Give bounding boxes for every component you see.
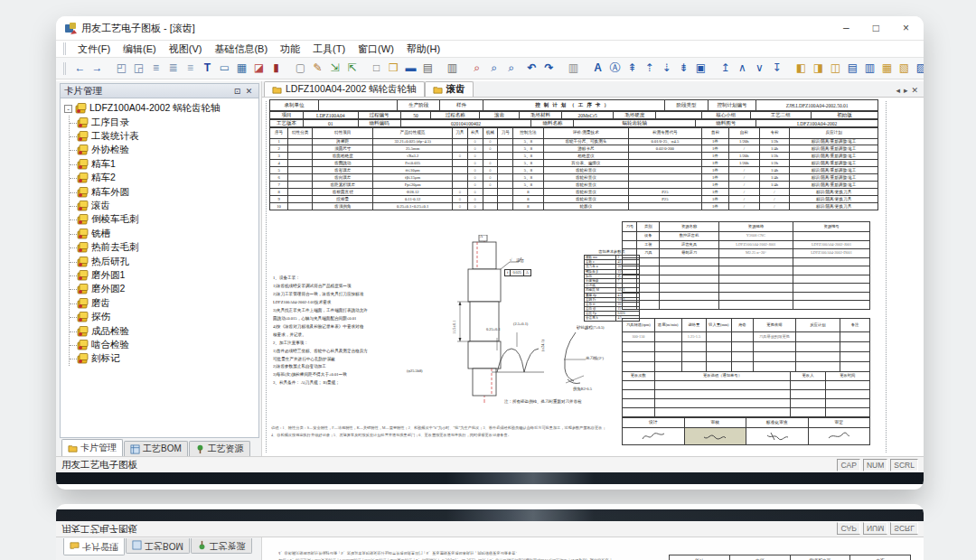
tree-item[interactable]: 磨外圆2 xyxy=(70,283,258,296)
zoom-icon[interactable]: ⌕ xyxy=(503,61,519,76)
tab-label[interactable]: LDFZ100A04-2002 蜗轮齿轮轴 xyxy=(286,83,417,96)
tree-item[interactable]: 探伤 xyxy=(70,310,258,323)
menu-item[interactable]: 窗口(W) xyxy=(352,41,400,58)
panel-close-icon[interactable]: ✕ xyxy=(243,87,255,96)
menu-item[interactable]: 基础信息(B) xyxy=(208,41,274,58)
tab-part[interactable]: LDFZ100A04-2002 蜗轮齿轮轴 xyxy=(264,81,425,97)
tree-item-label[interactable]: 磨外圆2 xyxy=(91,283,125,295)
data-tool-icon[interactable]: ◧ xyxy=(793,61,809,76)
data-tool-icon[interactable]: ▨ xyxy=(914,61,924,76)
tab-card-manager[interactable]: 卡片管理 xyxy=(61,439,123,456)
draw-tool-icon[interactable]: ≡ xyxy=(183,61,198,76)
tab-next-icon[interactable]: ▸ xyxy=(904,86,908,95)
data-tool-icon[interactable]: ◫ xyxy=(828,61,843,76)
annotate-icon[interactable]: A xyxy=(590,61,605,76)
tab-label[interactable]: 工艺BOM xyxy=(143,443,182,455)
tree-item-label[interactable]: 精车2 xyxy=(91,172,116,184)
tree-item-label[interactable]: 磨外圆1 xyxy=(91,269,125,282)
annotate-icon[interactable]: ⇟ xyxy=(676,61,691,76)
tree-item[interactable]: 精车1 xyxy=(70,157,258,171)
tree-item[interactable]: 铣槽 xyxy=(70,227,258,240)
zoom-icon[interactable]: ⌕ xyxy=(469,61,484,76)
tree-item[interactable]: 啮合检验 xyxy=(70,338,258,351)
draw-tool-icon[interactable]: T xyxy=(200,61,215,76)
file-tool-icon[interactable]: ▤ xyxy=(420,61,436,76)
edit-tool-icon[interactable]: ⇱ xyxy=(344,61,360,76)
tab-label[interactable]: 卡片管理 xyxy=(80,442,117,454)
tree-item[interactable]: 精车2 xyxy=(70,172,258,185)
draw-tool-icon[interactable]: ◪ xyxy=(251,61,267,76)
tab-prev-icon[interactable]: ◂ xyxy=(896,86,900,95)
menu-item[interactable]: 编辑(E) xyxy=(117,41,163,58)
tab-process-bom[interactable]: 工艺BOM xyxy=(124,441,188,456)
nav-arrow-icon[interactable]: → xyxy=(89,61,105,76)
edit-tool-icon[interactable]: ▢ xyxy=(293,61,308,76)
annotate-icon[interactable]: ⇣ xyxy=(659,61,674,76)
tree-item-label[interactable]: 探伤 xyxy=(91,311,110,323)
minimize-button[interactable]: – xyxy=(843,23,849,33)
annotate-icon[interactable]: Ⓐ xyxy=(607,61,623,76)
undo-redo-icon[interactable]: ↷ xyxy=(541,61,557,76)
draw-tool-icon[interactable]: ≡ xyxy=(148,61,164,76)
tab-close-icon[interactable]: ✕ xyxy=(911,86,918,95)
draw-tool-icon[interactable]: ≣ xyxy=(165,61,181,76)
tree-item-label[interactable]: 磨齿 xyxy=(91,297,110,310)
tree-item-label[interactable]: 热后研孔 xyxy=(91,256,129,268)
close-button[interactable]: × xyxy=(903,23,909,33)
data-tool-icon[interactable]: ▦ xyxy=(879,61,895,76)
menu-item[interactable]: 帮助(H) xyxy=(400,41,446,58)
tree-item-label[interactable]: 精车1 xyxy=(91,158,116,171)
align-icon[interactable]: ↧ xyxy=(769,61,784,76)
align-icon[interactable]: ∨ xyxy=(752,61,767,76)
menu-item[interactable]: 功能 xyxy=(274,41,306,58)
annotate-icon[interactable]: ▣ xyxy=(693,61,709,76)
tree-item[interactable]: 工装统计表 xyxy=(70,129,258,143)
draw-tool-icon[interactable]: ◰ xyxy=(114,61,129,76)
tree-item-label[interactable]: 外协检验 xyxy=(91,144,129,156)
tree-item-label[interactable]: 啮合检验 xyxy=(91,339,129,351)
tab-label[interactable]: 工艺资源 xyxy=(208,443,244,455)
tree-item-label[interactable]: 工装统计表 xyxy=(91,130,139,143)
file-tool-icon[interactable]: ▬ xyxy=(403,61,418,76)
tree-item-label[interactable]: 工序目录 xyxy=(91,117,129,129)
file-tool-icon[interactable]: ❒ xyxy=(386,61,401,76)
collapse-icon[interactable]: - xyxy=(64,105,72,113)
tree-item[interactable]: 精车外圆 xyxy=(70,185,258,199)
draw-tool-icon[interactable]: ▮ xyxy=(268,61,284,76)
tree-item[interactable]: 磨齿 xyxy=(70,296,258,310)
tree-item-label[interactable]: 成品检验 xyxy=(91,325,129,338)
tree-item[interactable]: 滚齿 xyxy=(70,199,258,212)
tree-item-label[interactable]: 热前去毛刺 xyxy=(91,241,139,254)
preview-icon[interactable]: ▥ xyxy=(445,61,460,76)
tab-process-resource[interactable]: 工艺资源 xyxy=(189,441,250,456)
draw-tool-icon[interactable]: ◲ xyxy=(131,61,146,76)
draw-tool-icon[interactable]: ▭ xyxy=(217,61,232,76)
pin-icon[interactable]: ⊡ xyxy=(231,87,243,96)
edit-tool-icon[interactable]: ⇲ xyxy=(327,61,343,76)
data-tool-icon[interactable]: ▥ xyxy=(862,61,877,76)
data-tool-icon[interactable]: ▧ xyxy=(896,61,912,76)
clipboard-icon[interactable]: ▥ xyxy=(566,61,581,76)
annotate-icon[interactable]: ⇡ xyxy=(642,61,657,76)
tree-item[interactable]: 磨外圆1 xyxy=(70,268,258,282)
undo-redo-icon[interactable]: ↶ xyxy=(524,61,540,76)
tree-item[interactable]: 成品检验 xyxy=(70,324,258,338)
tree-root-label[interactable]: LDFZ100A04-2002 蜗轮齿轮轴 xyxy=(89,102,221,115)
draw-tool-icon[interactable]: ▦ xyxy=(234,61,249,76)
tree-item[interactable]: 热前去毛刺 xyxy=(70,241,258,255)
tree-item-label[interactable]: 精车外圆 xyxy=(91,186,129,199)
tab-label[interactable]: 滚齿 xyxy=(446,83,465,96)
tree-item-label[interactable]: 刻标记 xyxy=(91,352,120,365)
align-icon[interactable]: ↥ xyxy=(718,61,733,76)
annotate-icon[interactable]: ⇞ xyxy=(624,61,640,76)
zoom-icon[interactable]: ⌕ xyxy=(486,61,502,76)
edit-tool-icon[interactable]: ✎ xyxy=(310,61,325,76)
menu-item[interactable]: 文件(F) xyxy=(71,41,117,58)
maximize-button[interactable]: □ xyxy=(873,23,879,33)
tree-item[interactable]: 倒棱车毛刺 xyxy=(70,213,258,227)
file-tool-icon[interactable]: □ xyxy=(369,61,384,76)
align-icon[interactable]: ∧ xyxy=(735,61,750,76)
nav-arrow-icon[interactable]: ← xyxy=(72,61,88,76)
tree-item[interactable]: 刻标记 xyxy=(70,352,258,366)
tree-item-label[interactable]: 倒棱车毛刺 xyxy=(91,213,139,226)
